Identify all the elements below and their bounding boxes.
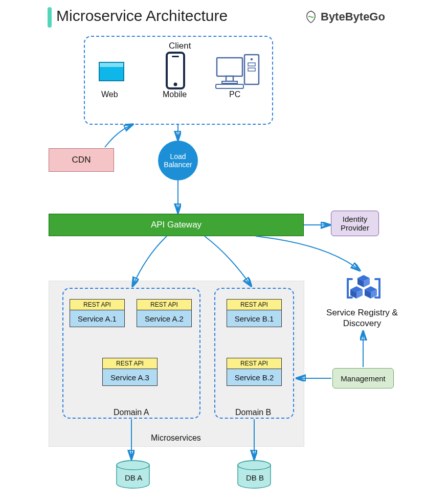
service-registry-icon: [346, 272, 382, 307]
service-a3-card: REST API Service A.3: [102, 358, 158, 386]
service-a3-label: Service A.3: [102, 369, 158, 386]
rest-api-badge: REST API: [137, 299, 192, 310]
rest-api-badge: REST API: [227, 358, 282, 369]
service-a1-label: Service A.1: [70, 310, 125, 327]
pc-icon: [215, 53, 262, 92]
svg-rect-13: [216, 84, 243, 88]
service-b1-card: REST API Service B.1: [227, 299, 282, 327]
client-label: Client: [169, 41, 191, 51]
title-accent-bar: [48, 7, 52, 28]
svg-rect-12: [222, 81, 237, 83]
identity-provider-l2: Provider: [341, 223, 369, 232]
web-icon: [96, 56, 127, 89]
load-balancer-label: Load Balancer: [158, 152, 198, 169]
svg-rect-11: [226, 76, 233, 81]
mobile-icon: [163, 51, 188, 93]
svg-rect-1: [99, 62, 124, 67]
db-b-label: DB B: [246, 473, 264, 482]
diagram-title: Microservice Architecture: [56, 7, 228, 25]
svg-point-7: [251, 58, 253, 60]
diagram-canvas: Microservice Architecture ByteByteGo Cli…: [0, 0, 448, 503]
domain-b-label: Domain B: [235, 408, 271, 417]
brand-logo: ByteByteGo: [304, 10, 385, 24]
management-box: Management: [332, 368, 394, 388]
pc-label: PC: [229, 90, 240, 99]
service-b2-card: REST API Service B.2: [227, 358, 282, 386]
service-a1-card: REST API Service A.1: [70, 299, 125, 327]
load-balancer-node: Load Balancer: [158, 141, 198, 180]
cdn-box: CDN: [49, 148, 114, 172]
rest-api-badge: REST API: [102, 358, 158, 369]
service-registry-l1: Service Registry &: [316, 307, 408, 318]
service-registry-l2: Discovery: [316, 318, 408, 329]
identity-provider-box: Identity Provider: [331, 211, 379, 236]
db-a-label: DB A: [125, 473, 142, 482]
api-gateway-label: API Gateway: [151, 220, 201, 230]
cdn-label: CDN: [72, 155, 91, 165]
service-registry-label: Service Registry & Discovery: [316, 307, 408, 329]
management-label: Management: [341, 374, 386, 383]
svg-point-5: [174, 83, 177, 86]
domain-a-label: Domain A: [114, 408, 149, 417]
rest-api-badge: REST API: [70, 299, 125, 310]
mobile-label: Mobile: [163, 90, 187, 99]
svg-rect-4: [172, 56, 179, 57]
service-b2-label: Service B.2: [227, 369, 282, 386]
service-b1-label: Service B.1: [227, 310, 282, 327]
api-gateway-box: API Gateway: [49, 214, 304, 236]
identity-provider-l1: Identity: [341, 215, 369, 223]
service-a2-label: Service A.2: [137, 310, 192, 327]
brand-icon: [304, 10, 318, 24]
rest-api-badge: REST API: [227, 299, 282, 310]
svg-rect-10: [217, 58, 242, 76]
web-label: Web: [101, 90, 118, 99]
service-a2-card: REST API Service A.2: [137, 299, 192, 327]
microservices-label: Microservices: [151, 433, 201, 443]
brand-text: ByteByteGo: [321, 10, 385, 24]
